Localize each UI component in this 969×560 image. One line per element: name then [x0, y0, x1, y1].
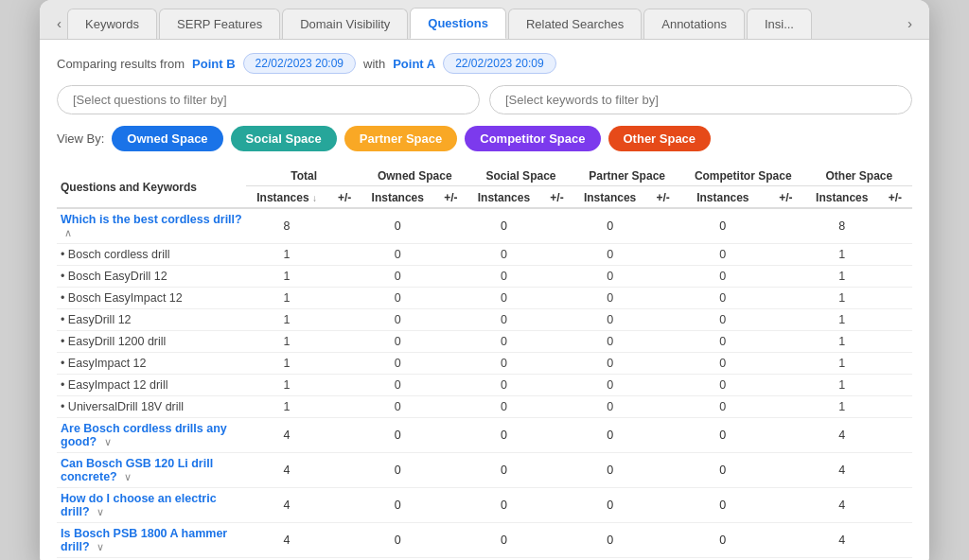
social-instances-subheader: Instances — [467, 186, 539, 209]
keyword-label: • Bosch EasyDrill 12 — [57, 266, 246, 288]
view-competitor-button[interactable]: Competitor Space — [465, 126, 600, 151]
tab-keywords[interactable]: Keywords — [67, 9, 157, 39]
point-b-label: Point B — [192, 57, 236, 71]
kw-social-pm — [540, 244, 574, 266]
other-instances-subheader: Instances — [806, 186, 878, 209]
kw-owned-pm — [433, 353, 467, 375]
compare-row: Comparing results from Point B 22/02/202… — [57, 53, 912, 74]
q-competitor-pm — [766, 208, 806, 244]
q-competitor-pm — [766, 523, 806, 558]
nav-prev-button[interactable]: ‹ — [51, 11, 67, 39]
sort-icon[interactable]: ↓ — [312, 193, 317, 203]
col-header-social: Social Space — [467, 165, 573, 186]
partner-instances-subheader: Instances — [574, 186, 646, 209]
q-owned-pm — [433, 523, 467, 558]
expand-chevron[interactable]: ∨ — [124, 471, 132, 482]
kw-competitor: 0 — [680, 266, 766, 288]
keyword-row: • EasyDrill 12 1 0 0 0 0 1 — [57, 309, 912, 331]
point-a-date[interactable]: 22/02/2023 20:09 — [443, 53, 555, 74]
keyword-row: • EasyImpact 12 drill 1 0 0 0 0 1 — [57, 375, 912, 396]
tab-annotations[interactable]: Annotations — [643, 9, 745, 39]
kw-competitor: 0 — [680, 288, 766, 309]
q-competitor-inst: 0 — [680, 488, 766, 523]
q-competitor-inst: 0 — [680, 418, 766, 453]
kw-total: 1 — [246, 331, 327, 353]
q-other-inst: 8 — [806, 208, 878, 244]
question-label[interactable]: How do I choose an electric drill? ∨ — [57, 488, 246, 523]
competitor-instances-subheader: Instances — [680, 186, 766, 209]
kw-owned-pm — [433, 266, 467, 288]
question-label[interactable]: Is Bosch PSB 1800 A hammer drill? ∨ — [57, 523, 246, 558]
kw-owned-pm — [433, 288, 467, 309]
kw-other-pm — [878, 244, 912, 266]
q-partner-inst: 0 — [574, 208, 646, 244]
keyword-label: • Bosch cordless drill — [57, 244, 246, 266]
kw-total: 1 — [246, 309, 327, 331]
kw-social: 0 — [467, 396, 539, 418]
kw-total: 1 — [246, 375, 327, 396]
q-social-inst: 0 — [467, 523, 539, 558]
q-total-inst: 4 — [246, 453, 327, 488]
keyword-row: • UniversalDrill 18V drill 1 0 0 0 0 1 — [57, 396, 912, 418]
expand-chevron[interactable]: ∧ — [64, 227, 72, 238]
q-total-pm — [327, 453, 361, 488]
view-partner-button[interactable]: Partner Space — [344, 126, 457, 151]
kw-owned-pm — [433, 309, 467, 331]
kw-total: 1 — [246, 288, 327, 309]
kw-social: 0 — [467, 309, 539, 331]
kw-social: 0 — [467, 353, 539, 375]
question-label[interactable]: Are Bosch cordless drills any good? ∨ — [57, 418, 246, 453]
view-by-row: View By: Owned Space Social Space Partne… — [57, 126, 912, 151]
kw-partner-pm — [646, 266, 680, 288]
kw-other-pm — [878, 266, 912, 288]
kw-total-pm — [327, 331, 361, 353]
keyword-row: • Bosch cordless drill 1 0 0 0 0 1 — [57, 244, 912, 266]
q-other-pm — [878, 208, 912, 244]
view-owned-button[interactable]: Owned Space — [112, 126, 222, 151]
view-social-button[interactable]: Social Space — [231, 126, 337, 151]
questions-filter-input[interactable] — [57, 85, 480, 114]
kw-competitor-pm — [766, 396, 806, 418]
kw-total-pm — [327, 309, 361, 331]
question-row: Are Bosch cordless drills any good? ∨ 4 … — [57, 418, 912, 453]
kw-other: 1 — [806, 266, 878, 288]
view-other-button[interactable]: Other Space — [608, 126, 712, 151]
tab-domain[interactable]: Domain Visibility — [282, 9, 408, 39]
question-label[interactable]: Which is the best cordless drill? ∧ — [57, 208, 246, 244]
kw-other-pm — [878, 375, 912, 396]
tabs-container: Keywords SERP Features Domain Visibility… — [67, 8, 902, 39]
tab-related[interactable]: Related Searches — [508, 9, 642, 39]
kw-other: 1 — [806, 309, 878, 331]
total-instances-subheader: Instances ↓ — [246, 186, 327, 209]
q-competitor-pm — [766, 488, 806, 523]
question-label[interactable]: Can Bosch GSB 120 Li drill concrete? ∨ — [57, 453, 246, 488]
social-pm-subheader: +/- — [540, 186, 574, 209]
keyword-label: • Bosch EasyImpact 12 — [57, 288, 246, 309]
keyword-label: • UniversalDrill 18V drill — [57, 396, 246, 418]
keyword-row: • Bosch EasyDrill 12 1 0 0 0 0 1 — [57, 266, 912, 288]
keywords-filter-input[interactable] — [489, 85, 912, 114]
q-social-pm — [540, 453, 574, 488]
tab-insi[interactable]: Insi... — [747, 9, 812, 39]
expand-chevron[interactable]: ∨ — [104, 436, 112, 447]
kw-social-pm — [540, 288, 574, 309]
expand-chevron[interactable]: ∨ — [97, 541, 104, 552]
kw-social-pm — [540, 353, 574, 375]
q-total-pm — [327, 523, 361, 558]
kw-social-pm — [540, 266, 574, 288]
kw-other: 1 — [806, 353, 878, 375]
kw-partner: 0 — [574, 331, 646, 353]
expand-chevron[interactable]: ∨ — [97, 506, 104, 517]
q-social-inst: 0 — [467, 208, 539, 244]
kw-social-pm — [540, 309, 574, 331]
kw-partner-pm — [646, 331, 680, 353]
tab-questions[interactable]: Questions — [410, 8, 506, 39]
point-a-label: Point A — [393, 57, 435, 71]
kw-competitor-pm — [766, 353, 806, 375]
keyword-label: • EasyDrill 1200 drill — [57, 331, 246, 353]
kw-other: 1 — [806, 396, 878, 418]
q-other-inst: 4 — [806, 523, 878, 558]
point-b-date[interactable]: 22/02/2023 20:09 — [243, 53, 356, 74]
tab-serp[interactable]: SERP Features — [159, 9, 280, 39]
nav-next-button[interactable]: › — [902, 11, 918, 39]
